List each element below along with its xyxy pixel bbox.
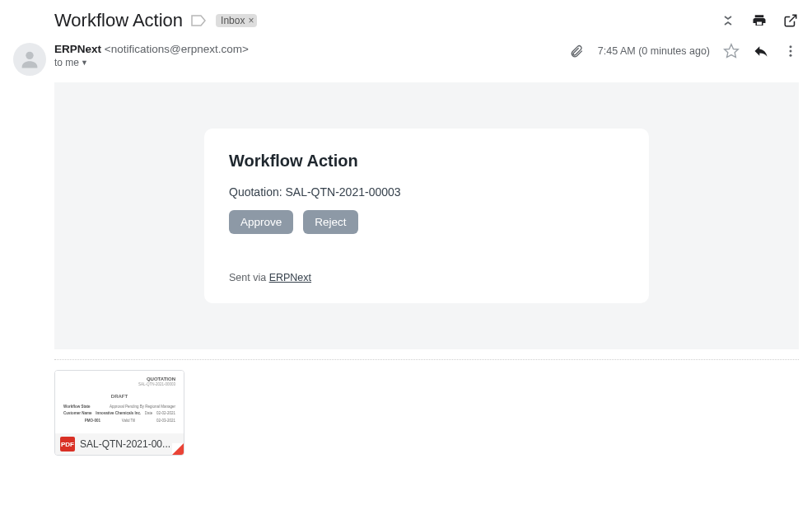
- to-line[interactable]: to me ▼: [54, 57, 568, 68]
- reply-icon[interactable]: [753, 43, 769, 59]
- erpnext-link[interactable]: ERPNext: [269, 272, 311, 283]
- fold-corner-icon: [172, 443, 184, 455]
- email-body: Workflow Action Quotation: SAL-QTN-2021-…: [54, 82, 799, 349]
- more-icon[interactable]: [782, 43, 799, 59]
- attachment-card[interactable]: QUOTATION SAL-QTN-2021-00003 DRAFT Workf…: [54, 370, 184, 456]
- document-reference: Quotation: SAL-QTN-2021-00003: [229, 185, 624, 199]
- svg-point-3: [790, 45, 792, 48]
- sent-via: Sent via ERPNext: [229, 272, 624, 283]
- inbox-label-text: Inbox: [221, 15, 245, 26]
- svg-point-4: [790, 50, 792, 53]
- inbox-label-chip[interactable]: Inbox ×: [216, 14, 257, 27]
- print-icon[interactable]: [751, 12, 768, 29]
- email-subject: Workflow Action: [54, 10, 183, 31]
- svg-marker-2: [725, 44, 739, 58]
- timestamp: 7:45 AM (0 minutes ago): [598, 45, 710, 57]
- to-text: to me: [54, 57, 79, 68]
- svg-line-0: [790, 15, 796, 21]
- sender-avatar: [13, 43, 46, 76]
- sender-name: ERPNext: [54, 43, 101, 55]
- open-new-window-icon[interactable]: [782, 12, 799, 29]
- important-marker-icon[interactable]: [191, 14, 208, 27]
- email-header: Workflow Action Inbox ×: [13, 0, 799, 40]
- star-icon[interactable]: [723, 43, 740, 59]
- reject-button[interactable]: Reject: [303, 210, 357, 234]
- svg-point-5: [790, 54, 792, 57]
- card-title: Workflow Action: [229, 152, 624, 171]
- attachment-filename: SAL-QTN-2021-00...: [80, 438, 179, 450]
- workflow-card: Workflow Action Quotation: SAL-QTN-2021-…: [204, 129, 649, 303]
- attachment-preview: QUOTATION SAL-QTN-2021-00003 DRAFT Workf…: [55, 371, 184, 433]
- collapse-all-icon[interactable]: [720, 12, 736, 29]
- remove-label-icon[interactable]: ×: [248, 15, 254, 26]
- sender-email: <notifications@erpnext.com>: [105, 43, 249, 55]
- svg-point-1: [26, 52, 33, 59]
- approve-button[interactable]: Approve: [229, 210, 293, 234]
- attachment-divider: [54, 359, 799, 360]
- sender-row: ERPNext <notifications@erpnext.com> to m…: [13, 40, 799, 82]
- attachment-icon[interactable]: [568, 43, 585, 59]
- pdf-icon: PDF: [60, 437, 75, 452]
- show-details-icon[interactable]: ▼: [81, 58, 88, 67]
